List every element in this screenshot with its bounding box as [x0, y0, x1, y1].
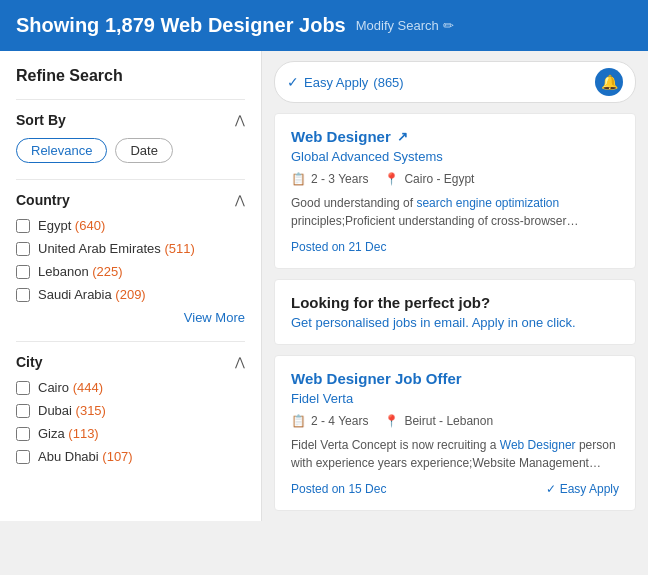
filter-label-abudhabi: Abu Dhabi (107) [38, 449, 133, 464]
promo-card: Looking for the perfect job? Get persona… [274, 279, 636, 345]
location-text-1: Cairo - Egypt [404, 172, 474, 186]
country-header: Country ⋀ [16, 192, 245, 208]
checkbox-saudi[interactable] [16, 288, 30, 302]
easy-apply-badge-2[interactable]: ✓ Easy Apply [546, 482, 619, 496]
main-layout: Refine Search Sort By ⋀ Relevance Date C… [0, 51, 648, 521]
sort-by-chevron: ⋀ [235, 113, 245, 127]
briefcase-icon-2: 📋 [291, 414, 306, 428]
city-header: City ⋀ [16, 354, 245, 370]
briefcase-icon-1: 📋 [291, 172, 306, 186]
experience-text-1: 2 - 3 Years [311, 172, 368, 186]
sort-date-button[interactable]: Date [115, 138, 172, 163]
filter-label-uae: United Arab Emirates (511) [38, 241, 195, 256]
filter-item-giza: Giza (113) [16, 426, 245, 441]
experience-meta-2: 📋 2 - 4 Years [291, 414, 368, 428]
promo-text[interactable]: Get personalised jobs in email. Apply in… [291, 315, 619, 330]
location-icon-1: 📍 [384, 172, 399, 186]
location-text-2: Beirut - Lebanon [404, 414, 493, 428]
sidebar-title: Refine Search [16, 67, 245, 85]
sort-buttons: Relevance Date [16, 138, 245, 163]
easy-apply-count: (865) [373, 75, 403, 90]
filter-item-abudhabi: Abu Dhabi (107) [16, 449, 245, 464]
country-label: Country [16, 192, 70, 208]
filter-item-dubai: Dubai (315) [16, 403, 245, 418]
city-section: City ⋀ Cairo (444) Dubai (315) Giza (113… [16, 341, 245, 464]
company-name-1[interactable]: Global Advanced Systems [291, 149, 619, 164]
job-card-1: Web Designer ↗ Global Advanced Systems 📋… [274, 113, 636, 269]
location-icon-2: 📍 [384, 414, 399, 428]
country-view-more-link[interactable]: View More [16, 310, 245, 325]
posted-date-1: Posted on 21 Dec [291, 240, 619, 254]
bell-alert-button[interactable]: 🔔 [595, 68, 623, 96]
page-title: Showing 1,879 Web Designer Jobs [16, 14, 346, 37]
checkbox-giza[interactable] [16, 427, 30, 441]
company-name-2[interactable]: Fidel Verta [291, 391, 619, 406]
sidebar: Refine Search Sort By ⋀ Relevance Date C… [0, 51, 262, 521]
experience-meta-1: 📋 2 - 3 Years [291, 172, 368, 186]
easy-apply-label: Easy Apply [304, 75, 368, 90]
job-title-1: Web Designer ↗ [291, 128, 619, 145]
job-description-1: Good understanding of search engine opti… [291, 194, 619, 230]
filter-item-cairo: Cairo (444) [16, 380, 245, 395]
checkbox-lebanon[interactable] [16, 265, 30, 279]
checkbox-uae[interactable] [16, 242, 30, 256]
easy-apply-check-icon: ✓ [546, 482, 556, 496]
job-meta-1: 📋 2 - 3 Years 📍 Cairo - Egypt [291, 172, 619, 186]
location-meta-1: 📍 Cairo - Egypt [384, 172, 474, 186]
checkbox-cairo[interactable] [16, 381, 30, 395]
sort-by-section: Sort By ⋀ Relevance Date [16, 99, 245, 163]
country-chevron: ⋀ [235, 193, 245, 207]
modify-search-label: Modify Search [356, 18, 439, 33]
bell-icon: 🔔 [601, 74, 618, 90]
checkbox-egypt[interactable] [16, 219, 30, 233]
job-description-2: Fidel Verta Concept is now recruiting a … [291, 436, 619, 472]
filter-item-saudi: Saudi Arabia (209) [16, 287, 245, 302]
filter-bar: ✓ Easy Apply (865) 🔔 [274, 61, 636, 103]
right-panel: ✓ Easy Apply (865) 🔔 Web Designer ↗ Glob… [262, 51, 648, 521]
external-link-icon-1: ↗ [397, 129, 408, 144]
filter-item-egypt: Egypt (640) [16, 218, 245, 233]
pencil-icon: ✏ [443, 18, 454, 33]
promo-title: Looking for the perfect job? [291, 294, 619, 311]
job-title-text-1[interactable]: Web Designer [291, 128, 391, 145]
sort-relevance-button[interactable]: Relevance [16, 138, 107, 163]
sort-by-label: Sort By [16, 112, 66, 128]
job-meta-2: 📋 2 - 4 Years 📍 Beirut - Lebanon [291, 414, 619, 428]
location-meta-2: 📍 Beirut - Lebanon [384, 414, 493, 428]
experience-text-2: 2 - 4 Years [311, 414, 368, 428]
posted-date-2: Posted on 15 Dec [291, 482, 386, 496]
filter-label-lebanon: Lebanon (225) [38, 264, 123, 279]
filter-item-uae: United Arab Emirates (511) [16, 241, 245, 256]
country-section: Country ⋀ Egypt (640) United Arab Emirat… [16, 179, 245, 325]
filter-label-cairo: Cairo (444) [38, 380, 103, 395]
city-chevron: ⋀ [235, 355, 245, 369]
easy-apply-badge-label: Easy Apply [560, 482, 619, 496]
sort-by-header: Sort By ⋀ [16, 112, 245, 128]
easy-apply-filter[interactable]: ✓ Easy Apply (865) [287, 74, 404, 90]
filter-label-saudi: Saudi Arabia (209) [38, 287, 146, 302]
filter-item-lebanon: Lebanon (225) [16, 264, 245, 279]
checkbox-dubai[interactable] [16, 404, 30, 418]
job-title-text-2[interactable]: Web Designer Job Offer [291, 370, 462, 387]
city-label: City [16, 354, 42, 370]
job-footer-2: Posted on 15 Dec ✓ Easy Apply [291, 482, 619, 496]
header: Showing 1,879 Web Designer Jobs Modify S… [0, 0, 648, 51]
filter-label-egypt: Egypt (640) [38, 218, 105, 233]
filter-label-giza: Giza (113) [38, 426, 99, 441]
check-icon: ✓ [287, 74, 299, 90]
modify-search-link[interactable]: Modify Search ✏ [356, 18, 454, 33]
checkbox-abudhabi[interactable] [16, 450, 30, 464]
job-card-2: Web Designer Job Offer Fidel Verta 📋 2 -… [274, 355, 636, 511]
job-title-2: Web Designer Job Offer [291, 370, 619, 387]
filter-label-dubai: Dubai (315) [38, 403, 106, 418]
